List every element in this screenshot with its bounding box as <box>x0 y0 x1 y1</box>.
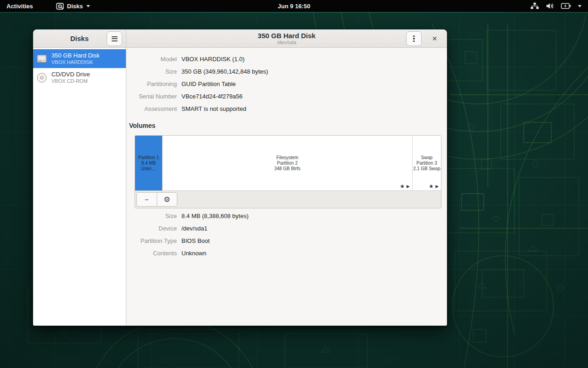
field-label: Model <box>126 53 177 65</box>
partition-1[interactable]: Partition 1 8.4 MB Unkn… <box>135 136 163 190</box>
app-menu-button[interactable]: Disks <box>51 0 96 12</box>
star-icon: ★ <box>400 184 405 189</box>
sidebar-item-cd-dvd-drive[interactable]: CD/DVD Drive VBOX CD-ROM <box>33 68 126 87</box>
field-row-model: Model VBOX HARDDISK (1.0) <box>126 53 447 65</box>
sidebar-item-text: CD/DVD Drive VBOX CD-ROM <box>51 71 90 84</box>
close-icon: ✕ <box>432 35 437 42</box>
partition-line: Partition 2 <box>277 161 298 166</box>
window-body: 350 GB Hard Disk VBOX HARDDISK CD/DVD Dr… <box>33 48 447 326</box>
play-icon: ▶ <box>435 184 439 189</box>
partition-options-button[interactable]: ⚙ <box>157 192 177 207</box>
activities-label: Activities <box>6 3 33 10</box>
clock-label: Jun 9 16:50 <box>278 3 311 10</box>
field-value: VBOX HARDDISK (1.0) <box>181 53 244 65</box>
field-value: 8.4 MB (8,388,608 bytes) <box>181 210 249 222</box>
field-row-partition-type: Partition Type BIOS Boot <box>126 235 447 247</box>
field-row-device: Device /dev/sda1 <box>126 222 447 235</box>
play-icon: ▶ <box>407 184 410 189</box>
chevron-down-icon <box>86 5 90 7</box>
disks-sidebar: 350 GB Hard Disk VBOX HARDDISK CD/DVD Dr… <box>33 48 126 326</box>
window-title: 350 GB Hard Disk <box>258 32 316 40</box>
field-label: Size <box>126 210 177 222</box>
field-value: /dev/sda1 <box>181 222 207 235</box>
drive-menu-button[interactable] <box>406 31 422 46</box>
field-label: Device <box>126 222 177 235</box>
battery-charging-icon <box>561 3 571 9</box>
partition-line: 348 GB Btrfs <box>274 166 300 172</box>
volumes-widget: Partition 1 8.4 MB Unkn… Filesystem Part… <box>135 135 441 208</box>
partition-line: Partition 3 <box>416 161 437 166</box>
hamburger-icon <box>112 35 118 42</box>
star-icon: ★ <box>429 184 434 189</box>
desktop: Activities Disks Jun 9 16:50 <box>0 0 588 368</box>
field-value: BIOS Boot <box>181 235 209 247</box>
field-value: Unknown <box>181 247 206 259</box>
gear-icon: ⚙ <box>164 195 170 204</box>
partition-flags: ★ ▶ <box>400 184 410 189</box>
field-value: VBce714d24-4f279a56 <box>181 90 243 103</box>
gnome-disks-window: Disks 350 GB Hard Disk /dev/sda ✕ <box>33 29 447 326</box>
disk-title: 350 GB Hard Disk <box>51 52 100 59</box>
drive-details-pane: Model VBOX HARDDISK (1.0) Size 350 GB (3… <box>126 48 447 326</box>
disks-app-icon <box>56 2 64 10</box>
disk-title: CD/DVD Drive <box>51 71 90 78</box>
field-row-assessment: Assessment SMART is not supported <box>126 103 447 115</box>
field-label: Size <box>126 65 177 78</box>
volumes-heading: Volumes <box>129 121 447 130</box>
field-value: 350 GB (349,960,142,848 bytes) <box>181 65 268 78</box>
volume-icon <box>546 2 554 10</box>
volume-info-fields: Size 8.4 MB (8,388,608 bytes) Device /de… <box>126 210 447 259</box>
sidebar-title: Disks <box>70 34 89 42</box>
field-label: Partition Type <box>126 235 177 247</box>
optical-disc-icon <box>36 72 48 84</box>
minus-icon: − <box>145 196 149 203</box>
field-value: SMART is not supported <box>181 103 246 115</box>
partition-line: Swap <box>421 155 432 161</box>
kebab-icon <box>413 34 414 43</box>
top-bar-left: Activities Disks <box>0 0 96 12</box>
network-wired-icon <box>531 2 539 10</box>
partition-line: Filesystem <box>277 155 299 161</box>
field-row-contents: Contents Unknown <box>126 247 447 259</box>
app-menu-label: Disks <box>67 3 83 10</box>
activities-button[interactable]: Activities <box>0 0 40 12</box>
field-value: GUID Partition Table <box>181 78 236 90</box>
window-subtitle: /dev/sda <box>277 40 296 46</box>
partition-line: Partition 1 <box>138 155 159 161</box>
titlebar: Disks 350 GB Hard Disk /dev/sda ✕ <box>33 29 447 48</box>
partition-2[interactable]: Filesystem Partition 2 348 GB Btrfs ★ ▶ <box>163 136 413 190</box>
field-label: Contents <box>126 247 177 259</box>
disk-subtitle: VBOX HARDDISK <box>51 59 100 65</box>
partition-3[interactable]: Swap Partition 3 2.1 GB Swap ★ ▶ <box>413 136 441 190</box>
partition-line: 2.1 GB Swap <box>413 166 441 172</box>
sidebar-item-text: 350 GB Hard Disk VBOX HARDDISK <box>51 52 100 65</box>
main-headerbar[interactable]: 350 GB Hard Disk /dev/sda ✕ <box>126 29 447 48</box>
field-label: Assessment <box>126 103 177 115</box>
drive-info-fields: Model VBOX HARDDISK (1.0) Size 350 GB (3… <box>126 53 447 115</box>
sidebar-item-hard-disk[interactable]: 350 GB Hard Disk VBOX HARDDISK <box>33 49 126 68</box>
system-status-area[interactable] <box>524 0 588 12</box>
hard-disk-icon <box>36 53 48 65</box>
partition-grid: Partition 1 8.4 MB Unkn… Filesystem Part… <box>135 136 441 190</box>
volume-toolbar: − ⚙ <box>135 190 441 208</box>
field-row-volume-size: Size 8.4 MB (8,388,608 bytes) <box>126 210 447 222</box>
sidebar-header: Disks <box>33 29 126 48</box>
system-menu-chevron-icon <box>578 5 582 7</box>
delete-partition-button[interactable]: − <box>136 192 157 207</box>
close-button[interactable]: ✕ <box>428 29 441 48</box>
partition-flags: ★ ▶ <box>429 184 439 189</box>
field-row-serial-number: Serial Number VBce714d24-4f279a56 <box>126 90 447 103</box>
field-label: Serial Number <box>126 90 177 103</box>
clock-button[interactable]: Jun 9 16:50 <box>273 0 315 12</box>
field-label: Partitioning <box>126 78 177 90</box>
gnome-top-bar: Activities Disks Jun 9 16:50 <box>0 0 588 12</box>
field-row-size: Size 350 GB (349,960,142,848 bytes) <box>126 65 447 78</box>
hamburger-menu-button[interactable] <box>107 31 122 46</box>
partition-line: 8.4 MB Unkn… <box>135 161 162 172</box>
field-row-partitioning: Partitioning GUID Partition Table <box>126 78 447 90</box>
disk-subtitle: VBOX CD-ROM <box>51 78 90 84</box>
